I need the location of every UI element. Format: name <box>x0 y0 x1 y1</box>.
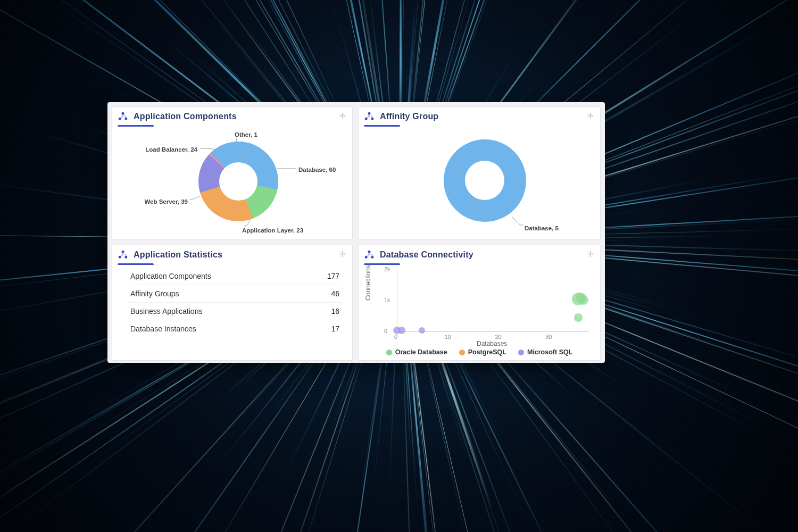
stats-label: Business Applications <box>130 307 202 315</box>
card-title: Application Components <box>134 112 237 121</box>
stats-value: 16 <box>331 307 339 315</box>
card-header: Affinity Group <box>359 107 600 124</box>
stats-value: 17 <box>331 325 339 333</box>
card-header: Database Connectivity <box>359 245 600 262</box>
y-tick: 2k <box>384 266 390 272</box>
scatter-chart[interactable]: ConnectionsDatabases01k2k0102030Oracle D… <box>365 267 594 357</box>
chart-label: Application Layer, 23 <box>242 227 303 234</box>
legend-item[interactable]: Oracle Database <box>386 348 447 356</box>
card-affinity-group: Affinity Group Database, 5 <box>358 106 601 239</box>
y-axis-label: Connections <box>364 265 372 301</box>
card-body: Database, 5 <box>359 124 600 239</box>
x-tick: 10 <box>445 334 451 340</box>
affinity-icon <box>364 111 375 122</box>
card-application-components: Application Components Database, 60Appli… <box>112 106 353 239</box>
donut-chart-components[interactable]: Database, 60Application Layer, 23Web Ser… <box>119 128 346 236</box>
chart-legend: Oracle DatabasePostgreSQLMicrosoft SQL <box>365 348 594 356</box>
stats-row[interactable]: Database Instances17 <box>127 320 343 337</box>
data-point[interactable] <box>419 327 425 334</box>
data-point[interactable] <box>579 295 588 305</box>
move-icon[interactable] <box>586 112 595 121</box>
legend-swatch <box>386 350 392 355</box>
legend-swatch <box>518 350 524 355</box>
stats-label: Affinity Groups <box>130 289 179 298</box>
plot-area <box>397 270 589 332</box>
chart-label: Other, 1 <box>235 131 257 138</box>
stats-row[interactable]: Application Components177 <box>127 268 343 285</box>
card-title: Application Statistics <box>134 250 222 260</box>
card-body: ConnectionsDatabases01k2k0102030Oracle D… <box>359 262 600 360</box>
y-tick: 0 <box>384 328 387 334</box>
data-point[interactable] <box>398 327 405 334</box>
x-tick: 30 <box>545 334 552 340</box>
card-header: Application Statistics <box>112 245 352 262</box>
stats-label: Application Components <box>130 272 211 280</box>
stats-label: Database Instances <box>130 325 196 333</box>
stats-row[interactable]: Affinity Groups46 <box>127 285 343 303</box>
card-body: Application Components177Affinity Groups… <box>112 262 352 360</box>
stats-row[interactable]: Business Applications16 <box>127 303 343 320</box>
dashboard-panel: Application Components Database, 60Appli… <box>107 102 605 363</box>
chart-label: Database, 60 <box>298 167 336 173</box>
chart-label: Web Server, 39 <box>144 198 188 205</box>
card-database-connectivity: Database Connectivity ConnectionsDatabas… <box>358 245 601 361</box>
y-tick: 1k <box>384 297 390 303</box>
donut-chart-affinity[interactable]: Database, 5 <box>365 128 594 236</box>
stats-icon <box>118 250 128 260</box>
x-tick: 20 <box>495 334 501 340</box>
legend-item[interactable]: Microsoft SQL <box>518 348 572 356</box>
chart-label: Database, 5 <box>525 225 559 231</box>
x-axis-label: Databases <box>477 340 507 347</box>
card-title: Affinity Group <box>380 112 438 121</box>
x-tick: 0 <box>394 334 397 340</box>
connectivity-icon <box>364 250 375 260</box>
card-title: Database Connectivity <box>380 250 473 260</box>
move-icon[interactable] <box>338 112 347 121</box>
components-icon <box>118 111 128 122</box>
data-point[interactable] <box>574 313 583 322</box>
move-icon[interactable] <box>338 251 347 259</box>
stats-value: 46 <box>331 289 339 298</box>
card-application-statistics: Application Statistics Application Compo… <box>112 245 353 361</box>
chart-label: Load Balancer, 24 <box>145 146 197 153</box>
card-body: Database, 60Application Layer, 23Web Ser… <box>112 124 352 239</box>
card-header: Application Components <box>112 107 352 124</box>
stats-value: 177 <box>327 272 339 280</box>
legend-item[interactable]: PostgreSQL <box>459 348 506 356</box>
move-icon[interactable] <box>586 251 595 259</box>
legend-swatch <box>459 350 465 355</box>
